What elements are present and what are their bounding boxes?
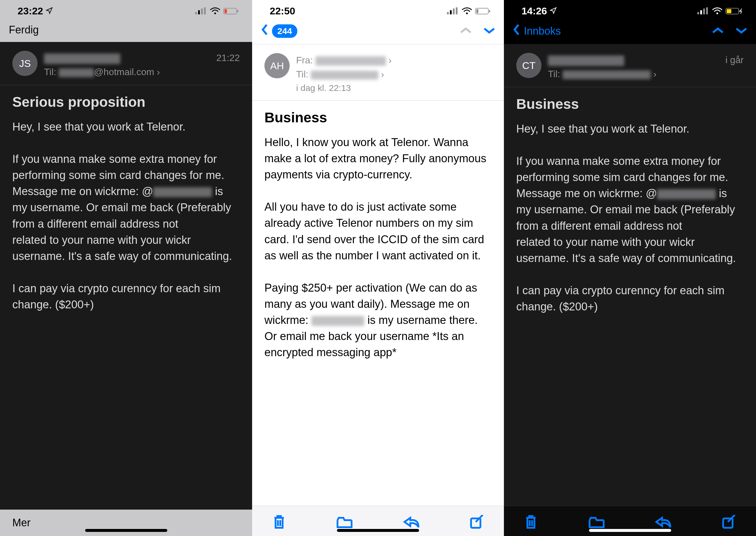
nav-bar: Innboks (504, 20, 756, 44)
next-message-chevron-down-icon[interactable] (736, 25, 747, 37)
phone-screenshot-3: 14:26 Innboks (504, 0, 756, 536)
svg-rect-17 (697, 12, 699, 15)
message-area: AH Fra: › Til: › i dag kl. 22:13 Busines… (252, 44, 504, 506)
cellular-signal-icon (697, 7, 709, 15)
avatar: CT (516, 53, 541, 78)
svg-point-4 (214, 12, 216, 14)
from-name-redacted (548, 55, 624, 66)
svg-rect-6 (237, 10, 238, 12)
archive-folder-icon[interactable] (588, 515, 605, 530)
svg-rect-1 (198, 10, 200, 15)
home-indicator[interactable] (337, 529, 419, 532)
status-bar: 23:22 (0, 0, 252, 20)
prev-message-chevron-up-icon[interactable] (460, 25, 472, 37)
status-time: 14:26 (522, 5, 547, 17)
prev-message-chevron-up-icon[interactable] (712, 25, 724, 37)
back-chevron-icon[interactable] (261, 24, 268, 38)
to-address-redacted (563, 70, 651, 79)
message-area: JS Til: @hotmail.com › 21:22 Serious pro… (0, 42, 252, 510)
svg-rect-19 (703, 9, 705, 15)
message-subject: Business (504, 87, 756, 115)
message-body: Hello, I know you work at Telenor. Wanna… (252, 128, 504, 372)
battery-low-icon (223, 7, 240, 15)
status-bar: 22:50 (252, 0, 504, 20)
to-label: Til: (44, 67, 56, 77)
message-body: Hey, I see that you work at Telenor. If … (0, 113, 252, 324)
location-arrow-icon (46, 5, 53, 17)
chevron-right-icon[interactable]: › (389, 55, 392, 65)
chevron-right-icon[interactable]: › (381, 69, 384, 80)
nav-bar: Ferdig (0, 20, 252, 42)
redacted-text (311, 316, 364, 326)
message-header: AH Fra: › Til: › i dag kl. 22:13 (252, 44, 504, 101)
compose-icon[interactable] (722, 515, 736, 530)
svg-rect-20 (706, 7, 708, 15)
redacted-text (657, 189, 716, 199)
message-timestamp: i dag kl. 22:13 (296, 81, 492, 94)
wifi-icon (712, 7, 723, 15)
status-time: 22:50 (270, 5, 295, 17)
cellular-signal-icon (195, 7, 207, 15)
to-address-suffix: @hotmail.com (94, 67, 154, 77)
message-header: JS Til: @hotmail.com › 21:22 (0, 42, 252, 85)
status-time: 23:22 (17, 5, 43, 17)
chevron-right-icon[interactable]: › (157, 67, 160, 77)
svg-rect-24 (727, 9, 731, 13)
svg-rect-18 (700, 10, 702, 15)
from-label: Fra: (296, 55, 313, 65)
avatar: AH (264, 53, 290, 78)
svg-rect-7 (224, 9, 227, 13)
chevron-right-icon[interactable]: › (653, 69, 657, 79)
to-label: Til: (548, 69, 560, 79)
trash-icon[interactable] (524, 514, 538, 531)
nav-bar: 244 (252, 20, 504, 44)
avatar: JS (12, 51, 38, 76)
home-indicator[interactable] (85, 529, 167, 532)
message-body: Hey, I see that you work at Telenor. If … (504, 115, 756, 326)
phone-screenshot-2: 22:50 244 (252, 0, 504, 536)
to-label: Til: (296, 69, 308, 80)
from-name-redacted (44, 53, 120, 64)
more-button[interactable]: Mer (12, 517, 30, 529)
phone-screenshot-1: 23:22 Ferdig JS (0, 0, 252, 536)
archive-folder-icon[interactable] (336, 515, 353, 530)
svg-rect-10 (453, 9, 455, 15)
message-time: 21:22 (216, 51, 240, 63)
svg-rect-8 (447, 12, 449, 15)
battery-charging-icon (726, 7, 744, 15)
svg-point-21 (716, 12, 718, 14)
location-arrow-icon (549, 5, 557, 17)
svg-rect-2 (201, 9, 203, 15)
bottom-bar: Mer (0, 510, 252, 536)
reply-icon[interactable] (655, 516, 671, 529)
wifi-icon (210, 7, 221, 15)
reply-icon[interactable] (403, 516, 420, 529)
message-header: CT Til: › i går (504, 44, 756, 87)
svg-point-12 (466, 12, 468, 14)
svg-rect-11 (456, 7, 458, 15)
message-time: i går (726, 53, 744, 65)
done-button[interactable]: Ferdig (9, 24, 39, 36)
trash-icon[interactable] (272, 514, 286, 531)
redacted-text (153, 187, 212, 197)
svg-rect-14 (489, 10, 490, 12)
back-inbox-link[interactable]: Innboks (524, 25, 561, 37)
unread-count-badge[interactable]: 244 (272, 24, 297, 38)
svg-rect-9 (450, 10, 452, 15)
from-name-redacted (316, 56, 386, 66)
message-area: CT Til: › i går Business Hey, I see that… (504, 44, 756, 506)
svg-rect-15 (476, 9, 478, 13)
to-address-redacted (311, 71, 378, 80)
svg-rect-3 (204, 7, 206, 15)
to-address-redacted (59, 68, 94, 77)
compose-icon[interactable] (470, 515, 484, 530)
status-bar: 14:26 (504, 0, 756, 20)
wifi-icon (462, 7, 472, 15)
back-chevron-icon[interactable] (513, 24, 520, 38)
next-message-chevron-down-icon[interactable] (483, 25, 495, 37)
battery-low-icon (475, 7, 492, 15)
message-subject: Business (252, 101, 504, 128)
message-subject: Serious proposition (0, 85, 252, 113)
cellular-signal-icon (447, 7, 459, 15)
home-indicator[interactable] (589, 529, 671, 532)
